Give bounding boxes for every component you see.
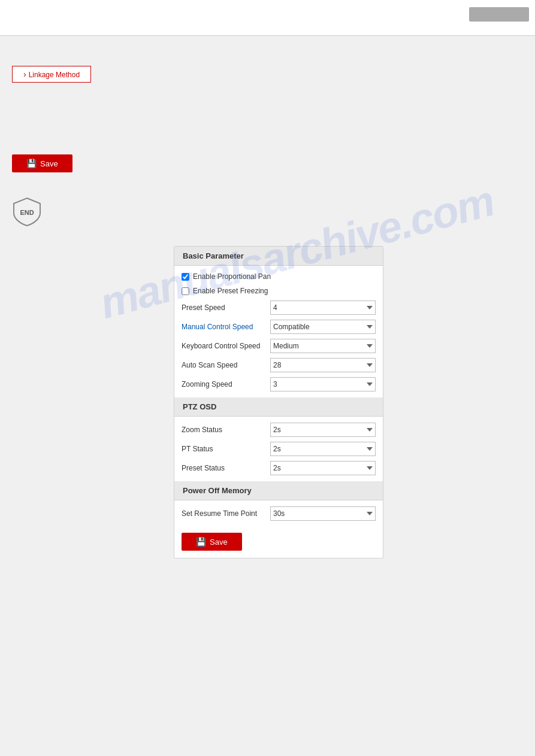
page-wrapper: manualsarchive.com Linkage Method 💾 Save… — [0, 0, 535, 756]
set-resume-time-point-label: Set Resume Time Point — [182, 509, 270, 518]
auto-scan-speed-row: Auto Scan Speed 1510202840 — [182, 356, 376, 375]
power-off-memory-body: Set Resume Time Point No memory30s60s300… — [174, 500, 383, 527]
pt-status-select[interactable]: Close2s5s10s — [270, 442, 376, 456]
top-save-section: 💾 Save — [12, 119, 523, 172]
manual-control-speed-row: Manual Control Speed CompatiblePedestria… — [182, 317, 376, 336]
svg-text:END: END — [20, 209, 34, 216]
basic-parameter-body: Enable Proportional Pan Enable Preset Fr… — [174, 266, 383, 397]
set-resume-time-point-row: Set Resume Time Point No memory30s60s300… — [182, 504, 376, 523]
settings-panel: Basic Parameter Enable Proportional Pan … — [174, 246, 383, 558]
top-bar-right-element — [469, 7, 529, 22]
ptz-osd-header: PTZ OSD — [174, 397, 383, 417]
preset-status-select[interactable]: Close2s5s10s — [270, 461, 376, 475]
basic-parameter-header: Basic Parameter — [174, 247, 383, 266]
enable-preset-freezing-label: Enable Preset Freezing — [193, 287, 268, 295]
enable-preset-freezing-row: Enable Preset Freezing — [182, 284, 376, 298]
content-area: Linkage Method 💾 Save END Basic Paramete… — [0, 36, 535, 576]
manual-control-speed-select[interactable]: CompatiblePedestrianNon-motor vehicleMot… — [270, 320, 376, 334]
enable-preset-freezing-checkbox[interactable] — [182, 287, 189, 295]
keyboard-control-speed-row: Keyboard Control Speed LowMediumHigh — [182, 336, 376, 356]
end-badge-section: END — [12, 184, 523, 228]
auto-scan-speed-label: Auto Scan Speed — [182, 361, 270, 369]
keyboard-control-speed-select[interactable]: LowMediumHigh — [270, 339, 376, 353]
zooming-speed-row: Zooming Speed 12345 — [182, 375, 376, 394]
pt-status-row: PT Status Close2s5s10s — [182, 439, 376, 459]
preset-speed-select[interactable]: 12345678 — [270, 300, 376, 315]
enable-proportional-pan-checkbox[interactable] — [182, 273, 189, 281]
zoom-status-row: Zoom Status Close2s5s10s — [182, 420, 376, 439]
top-save-button[interactable]: 💾 Save — [12, 154, 72, 172]
ptz-osd-body: Zoom Status Close2s5s10s PT Status Close… — [174, 417, 383, 481]
bottom-save-label: Save — [210, 538, 228, 546]
set-resume-time-point-select[interactable]: No memory30s60s300s — [270, 506, 376, 521]
bottom-save-section: 💾 Save — [174, 527, 383, 558]
linkage-method-button[interactable]: Linkage Method — [12, 66, 91, 83]
preset-status-label: Preset Status — [182, 464, 270, 472]
save-icon: 💾 — [26, 159, 37, 168]
auto-scan-speed-select[interactable]: 1510202840 — [270, 358, 376, 372]
pt-status-label: PT Status — [182, 445, 270, 453]
power-off-memory-header: Power Off Memory — [174, 481, 383, 500]
zoom-status-select[interactable]: Close2s5s10s — [270, 423, 376, 437]
linkage-section: Linkage Method — [12, 60, 523, 83]
manual-control-speed-label: Manual Control Speed — [182, 323, 270, 331]
preset-status-row: Preset Status Close2s5s10s — [182, 459, 376, 478]
zooming-speed-select[interactable]: 12345 — [270, 377, 376, 391]
preset-speed-row: Preset Speed 12345678 — [182, 298, 376, 317]
enable-proportional-pan-row: Enable Proportional Pan — [182, 269, 376, 284]
zoom-status-label: Zoom Status — [182, 426, 270, 434]
end-badge: END — [12, 196, 42, 226]
top-save-label: Save — [40, 159, 58, 168]
top-bar — [0, 0, 535, 36]
keyboard-control-speed-label: Keyboard Control Speed — [182, 342, 270, 350]
zooming-speed-label: Zooming Speed — [182, 380, 270, 388]
enable-proportional-pan-label: Enable Proportional Pan — [193, 272, 271, 281]
bottom-save-icon: 💾 — [196, 537, 206, 546]
preset-speed-label: Preset Speed — [182, 303, 270, 312]
bottom-save-button[interactable]: 💾 Save — [182, 533, 242, 551]
